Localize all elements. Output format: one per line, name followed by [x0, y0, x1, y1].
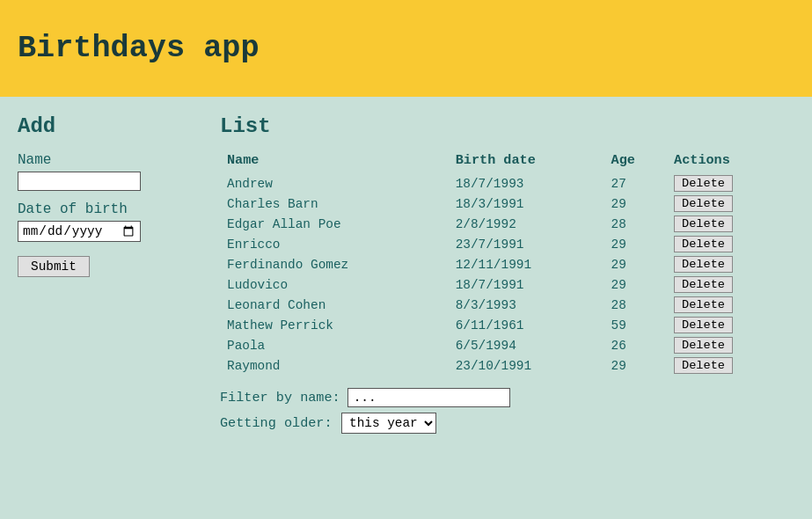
cell-action: Delete	[674, 194, 794, 214]
cell-action: Delete	[674, 254, 794, 274]
table-header-row: Name Birth date Age Actions	[220, 150, 794, 173]
table-row: Edgar Allan Poe2/8/199228Delete	[220, 214, 794, 234]
cell-age: 29	[611, 355, 675, 376]
list-heading: List	[220, 114, 794, 138]
filter-section: Filter by name: Getting older: this year…	[220, 388, 794, 434]
filter-older-label: Getting older:	[220, 415, 334, 431]
birthdays-table: Name Birth date Age Actions Andrew18/7/1…	[220, 150, 794, 376]
add-heading: Add	[18, 114, 194, 138]
cell-age: 28	[611, 295, 675, 315]
cell-action: Delete	[674, 315, 794, 335]
dob-label: Date of birth	[18, 201, 194, 217]
cell-age: 29	[611, 274, 675, 295]
cell-name: Mathew Perrick	[220, 315, 456, 335]
cell-name: Edgar Allan Poe	[220, 214, 456, 234]
filter-name-label: Filter by name:	[220, 390, 340, 406]
cell-name: Andrew	[220, 173, 456, 194]
cell-name: Ferdinando Gomez	[220, 254, 456, 274]
delete-button[interactable]: Delete	[674, 175, 733, 192]
cell-birth-date: 6/5/1994	[456, 335, 611, 355]
cell-action: Delete	[674, 173, 794, 194]
app-title: Birthdays app	[18, 31, 260, 66]
cell-age: 27	[611, 173, 675, 194]
table-row: Raymond23/10/199129Delete	[220, 355, 794, 376]
cell-age: 29	[611, 234, 675, 254]
cell-action: Delete	[674, 234, 794, 254]
cell-action: Delete	[674, 214, 794, 234]
cell-name: Enricco	[220, 234, 456, 254]
cell-age: 28	[611, 214, 675, 234]
delete-button[interactable]: Delete	[674, 357, 733, 374]
col-actions: Actions	[674, 150, 794, 173]
name-input[interactable]	[18, 172, 141, 191]
cell-birth-date: 12/11/1991	[456, 254, 611, 274]
col-name: Name	[220, 150, 456, 173]
cell-birth-date: 18/3/1991	[456, 194, 611, 214]
cell-action: Delete	[674, 355, 794, 376]
cell-action: Delete	[674, 274, 794, 295]
table-row: Mathew Perrick6/11/196159Delete	[220, 315, 794, 335]
filter-older-select[interactable]: this yearnext yearall time	[341, 413, 436, 434]
delete-button[interactable]: Delete	[674, 256, 733, 273]
cell-birth-date: 23/7/1991	[456, 234, 611, 254]
table-row: Charles Barn18/3/199129Delete	[220, 194, 794, 214]
filter-name-input[interactable]	[347, 388, 510, 407]
delete-button[interactable]: Delete	[674, 296, 733, 313]
name-label: Name	[18, 152, 194, 168]
col-birth-date: Birth date	[456, 150, 611, 173]
delete-button[interactable]: Delete	[674, 195, 733, 212]
cell-birth-date: 2/8/1992	[456, 214, 611, 234]
cell-action: Delete	[674, 335, 794, 355]
col-age: Age	[611, 150, 675, 173]
add-panel: Add Name Date of birth Submit	[18, 114, 194, 439]
cell-name: Paola	[220, 335, 456, 355]
delete-button[interactable]: Delete	[674, 236, 733, 252]
cell-birth-date: 18/7/1993	[456, 173, 611, 194]
table-row: Ferdinando Gomez12/11/199129Delete	[220, 254, 794, 274]
submit-button[interactable]: Submit	[18, 256, 90, 277]
table-row: Andrew18/7/199327Delete	[220, 173, 794, 194]
delete-button[interactable]: Delete	[674, 337, 733, 354]
cell-age: 26	[611, 335, 675, 355]
cell-age: 59	[611, 315, 675, 335]
table-row: Leonard Cohen8/3/199328Delete	[220, 295, 794, 315]
cell-name: Leonard Cohen	[220, 295, 456, 315]
app-header: Birthdays app	[0, 0, 812, 97]
cell-birth-date: 18/7/1991	[456, 274, 611, 295]
dob-group: Date of birth	[18, 201, 194, 242]
list-panel: List Name Birth date Age Actions Andrew1…	[220, 114, 794, 439]
cell-age: 29	[611, 254, 675, 274]
cell-action: Delete	[674, 295, 794, 315]
delete-button[interactable]: Delete	[674, 276, 733, 293]
delete-button[interactable]: Delete	[674, 317, 733, 333]
filter-name-row: Filter by name:	[220, 388, 794, 407]
cell-name: Charles Barn	[220, 194, 456, 214]
delete-button[interactable]: Delete	[674, 216, 733, 232]
dob-input[interactable]	[18, 221, 141, 242]
cell-age: 29	[611, 194, 675, 214]
main-content: Add Name Date of birth Submit List Name …	[0, 97, 812, 457]
table-row: Paola6/5/199426Delete	[220, 335, 794, 355]
name-group: Name	[18, 152, 194, 191]
cell-birth-date: 6/11/1961	[456, 315, 611, 335]
table-row: Enricco23/7/199129Delete	[220, 234, 794, 254]
cell-name: Raymond	[220, 355, 456, 376]
cell-birth-date: 8/3/1993	[456, 295, 611, 315]
cell-name: Ludovico	[220, 274, 456, 295]
table-row: Ludovico18/7/199129Delete	[220, 274, 794, 295]
filter-older-row: Getting older: this yearnext yearall tim…	[220, 413, 794, 434]
cell-birth-date: 23/10/1991	[456, 355, 611, 376]
